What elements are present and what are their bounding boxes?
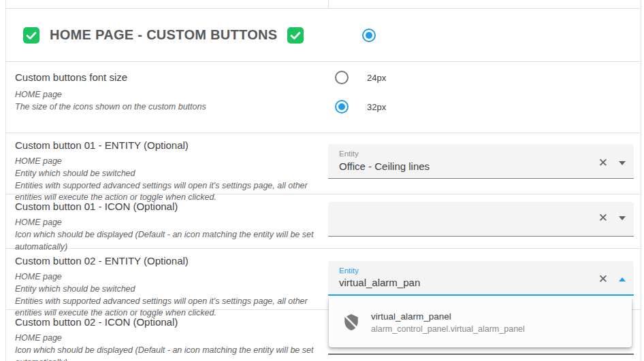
custom-button-01-icon-row: Custom button 01 - ICON (Optional) HOME …	[6, 194, 641, 249]
setting-subtitle: HOME page	[15, 89, 319, 101]
setting-subtitle: HOME page	[15, 217, 319, 229]
section-enabled-checkbox-left[interactable]	[23, 27, 39, 44]
section-enabled-checkbox-right[interactable]	[287, 27, 304, 44]
check-icon	[287, 27, 304, 44]
setting-subtitle: HOME page	[15, 156, 319, 168]
suggestion-secondary-text: alarm_control_panel.virtual_alarm_panel	[371, 324, 525, 334]
entity-select-field-button01[interactable]: Entity Office - Ceiling lines ✕	[328, 144, 634, 179]
settings-page: HOME PAGE - CUSTOM BUTTONS Custom button…	[5, 0, 641, 361]
setting-subtitle: HOME page	[15, 332, 319, 345]
setting-title: Custom buttons font size	[15, 71, 319, 83]
setting-description: The size of the icons shown on the custo…	[15, 101, 319, 114]
icon-field-underline-button02	[328, 354, 634, 355]
radio-button-32px[interactable]	[335, 100, 349, 114]
chevron-up-icon[interactable]	[619, 277, 626, 281]
clear-icon[interactable]: ✕	[598, 157, 608, 169]
shield-off-icon	[342, 313, 360, 331]
field-input-value[interactable]: virtual_alarm_pan	[339, 277, 420, 288]
field-value: Office - Ceiling lines	[339, 160, 430, 172]
entity-suggestion-item[interactable]: virtual_alarm_panel alarm_control_panel.…	[329, 298, 632, 347]
font-size-option-32px[interactable]: 32px	[335, 100, 386, 114]
icon-select-field-button01[interactable]: ✕	[328, 202, 634, 237]
entity-search-field-button02[interactable]: Entity virtual_alarm_pan ✕	[328, 261, 634, 296]
radio-label: 32px	[367, 102, 386, 112]
column-divider	[328, 0, 329, 8]
header-radio-button[interactable]	[362, 29, 376, 42]
setting-title: Custom button 02 - ICON (Optional)	[15, 316, 319, 328]
field-label: Entity	[339, 267, 359, 275]
radio-label: 24px	[367, 73, 386, 83]
page-title: HOME PAGE - CUSTOM BUTTONS	[50, 27, 277, 43]
suggestion-primary-text: virtual_alarm_panel	[371, 311, 451, 322]
clear-icon[interactable]: ✕	[598, 273, 608, 285]
radio-button-24px[interactable]	[335, 71, 349, 84]
section-header-row: HOME PAGE - CUSTOM BUTTONS	[6, 9, 641, 62]
setting-title: Custom button 01 - ICON (Optional)	[15, 201, 319, 212]
setting-subtitle: HOME page	[15, 271, 319, 283]
chevron-down-icon[interactable]	[619, 161, 626, 165]
setting-description-1: Entity which should be switched	[15, 283, 319, 296]
field-label: Entity	[339, 150, 359, 158]
chevron-down-icon[interactable]	[619, 216, 626, 220]
previous-row-remnant	[6, 0, 641, 9]
setting-description-1: Entity which should be switched	[15, 168, 319, 180]
custom-button-01-entity-row: Custom button 01 - ENTITY (Optional) HOM…	[6, 133, 641, 194]
setting-description: Icon which should be displayed (Default …	[15, 345, 319, 361]
entity-suggestions-dropdown: virtual_alarm_panel alarm_control_panel.…	[329, 298, 632, 347]
font-size-setting-row: Custom buttons font size HOME page The s…	[6, 62, 641, 133]
custom-button-02-entity-row: Custom button 02 - ENTITY (Optional) HOM…	[6, 249, 641, 310]
font-size-option-24px[interactable]: 24px	[335, 71, 386, 84]
clear-icon[interactable]: ✕	[598, 212, 608, 224]
setting-title: Custom button 01 - ENTITY (Optional)	[15, 139, 319, 151]
check-icon	[23, 27, 39, 44]
setting-title: Custom button 02 - ENTITY (Optional)	[15, 255, 319, 267]
